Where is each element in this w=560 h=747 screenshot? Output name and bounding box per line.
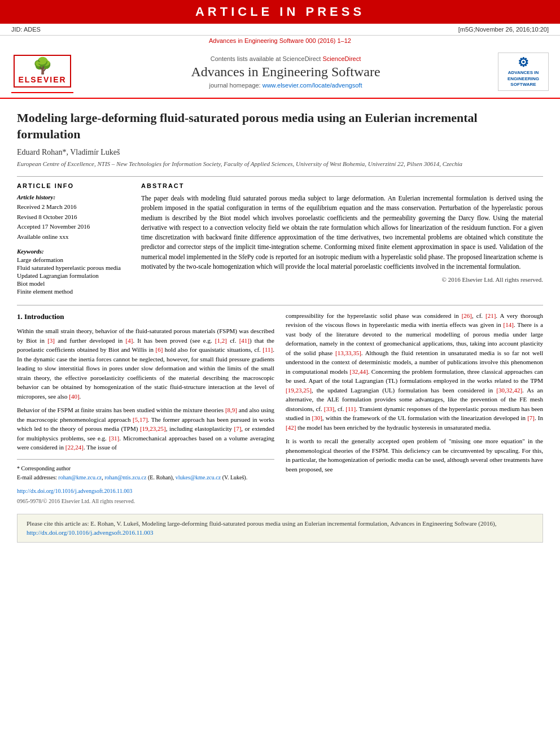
journal-volume-link[interactable]: Advances in Engineering Software 000 (20… <box>209 37 351 44</box>
jid-label: JID: ADES <box>11 26 41 33</box>
ref-1-2[interactable]: [1,2] <box>215 337 227 344</box>
ref-3[interactable]: [3] <box>47 337 55 344</box>
timestamp-label: [m5G;November 26, 2016;10:20] <box>458 26 549 33</box>
ref-8-9[interactable]: [8,9] <box>225 407 237 413</box>
elsevier-name: ELSEVIER <box>18 75 66 84</box>
citation-prefix: Please cite this article as: E. Rohan, V… <box>27 520 496 527</box>
email-link-1[interactable]: rohan@kme.zcu.cz <box>58 474 102 480</box>
intro-para-2: Behavior of the FSPM at finite strains h… <box>17 405 274 452</box>
abstract-section: ABSTRACT The paper deals with modeling f… <box>141 182 543 295</box>
open-access-line: 0965-9978/© 2016 Elsevier Ltd. All right… <box>17 497 274 506</box>
contents-available: Contents lists available at ScienceDirec… <box>73 55 498 62</box>
body-col-right: compressibility for the hyperelastic sol… <box>286 311 543 506</box>
ref-21[interactable]: [21] <box>485 312 496 319</box>
article-history-label: Article history: <box>17 194 130 200</box>
keyword-3: Updated Lagrangian formulation <box>17 272 130 279</box>
tree-icon: 🌳 <box>18 58 66 74</box>
ref-11[interactable]: [11] <box>262 346 273 353</box>
top-meta: JID: ADES [m5G;November 26, 2016;10:20] <box>0 24 560 36</box>
elsevier-logo: 🌳 ELSEVIER <box>11 50 73 93</box>
ref-6[interactable]: [6] <box>156 346 163 353</box>
body-col-left: 1. Introduction Within the small strain … <box>17 311 274 506</box>
ref-33b[interactable]: [33] <box>324 405 334 412</box>
article-title: Modeling large-deforming fluid-saturated… <box>17 110 543 142</box>
footnotes: * Corresponding author E-mail addresses:… <box>17 459 274 506</box>
copyright: © 2016 Elsevier Ltd. All rights reserved… <box>141 276 543 283</box>
email-link-3[interactable]: vlukes@kme.zcu.cz <box>176 474 221 480</box>
journal-logo-box: ⚙ ADVANCES INENGINEERINGSOFTWARE <box>498 53 549 90</box>
ref-41[interactable]: [41] <box>239 337 250 344</box>
keyword-5: Finite element method <box>17 288 130 295</box>
article-info-abstract-section: ARTICLE INFO Article history: Received 2… <box>17 176 543 295</box>
ref-30b[interactable]: [30] <box>312 414 322 421</box>
ref-31[interactable]: [31] <box>109 435 119 442</box>
ref-42b[interactable]: [42] <box>286 424 296 431</box>
journal-header: 🌳 ELSEVIER Contents lists available at S… <box>0 46 560 99</box>
ref-32-44[interactable]: [32,44] <box>350 368 368 375</box>
ref-4[interactable]: [4] <box>126 337 133 344</box>
engineering-icon: ⚙ <box>501 55 546 70</box>
article-dates: Received 2 March 2016 Revised 8 October … <box>17 202 130 242</box>
doi-link[interactable]: http://dx.doi.org/10.1016/j.advengsoft.2… <box>17 488 132 494</box>
authors: Eduard Rohan*, Vladimír Lukeš <box>17 148 543 157</box>
ref-19-23-25b[interactable]: [19,23,25] <box>286 387 312 394</box>
sciencedirect-link[interactable]: ScienceDirect <box>322 55 361 62</box>
ref-19-23-25[interactable]: [19,23,25] <box>140 425 166 432</box>
corresponding-author-note: * Corresponding author <box>17 464 274 473</box>
body-content: 1. Introduction Within the small strain … <box>17 311 543 506</box>
journal-link-line: Advances in Engineering Software 000 (20… <box>0 36 560 46</box>
right-para-1: compressibility for the hyperelastic sol… <box>286 311 543 433</box>
accepted-date: Accepted 17 November 2016 <box>17 222 130 232</box>
ref-5-17[interactable]: [5,17] <box>133 416 148 423</box>
keywords-label: Keywords: <box>17 248 130 255</box>
abstract-text: The paper deals with modeling fluid satu… <box>141 194 543 272</box>
email-note: E-mail addresses: rohan@kme.zcu.cz, roha… <box>17 473 274 482</box>
ref-7b[interactable]: [7] <box>527 414 535 421</box>
ref-7[interactable]: [7] <box>234 425 242 432</box>
ref-26[interactable]: [26] <box>462 312 472 319</box>
ref-22-24[interactable]: [22,24] <box>65 444 84 451</box>
abstract-heading: ABSTRACT <box>141 182 543 189</box>
journal-homepage: journal homepage: www.elsevier.com/locat… <box>73 82 498 89</box>
article-in-press-banner: ARTICLE IN PRESS <box>0 0 560 24</box>
elsevier-logo-box: 🌳 ELSEVIER <box>14 55 71 88</box>
received-date: Received 2 March 2016 <box>17 202 130 212</box>
divider <box>17 305 543 305</box>
journal-homepage-link[interactable]: www.elsevier.com/locate/advengsoft <box>262 82 362 89</box>
article-info-heading: ARTICLE INFO <box>17 182 130 189</box>
main-content: Modeling large-deforming fluid-saturated… <box>0 99 560 554</box>
intro-para-1: Within the small strain theory, behavior… <box>17 326 274 401</box>
ref-30-32-42[interactable]: [30,32,42] <box>496 387 522 394</box>
keyword-2: Fluid saturated hyperelastic porous medi… <box>17 264 130 271</box>
email-link-2[interactable]: rohan@ntis.zcu.cz <box>104 474 146 480</box>
citation-doi-link[interactable]: http://dx.doi.org/10.1016/j.advengsoft.2… <box>27 529 154 536</box>
ref-40[interactable]: [40] <box>69 393 79 400</box>
ref-11b[interactable]: [11] <box>345 405 356 412</box>
article-info: ARTICLE INFO Article history: Received 2… <box>17 182 130 295</box>
citation-bar: Please cite this article as: E. Rohan, V… <box>17 514 543 543</box>
keywords-list: Large deformation Fluid saturated hypere… <box>17 256 130 295</box>
available-date: Available online xxx <box>17 232 130 242</box>
ref-13-33-35[interactable]: [13,33,35] <box>335 350 361 356</box>
keyword-4: Biot model <box>17 280 130 287</box>
revised-date: Revised 8 October 2016 <box>17 212 130 222</box>
intro-heading: 1. Introduction <box>17 311 274 322</box>
right-para-2: It is worth to recall the generally acce… <box>286 436 543 474</box>
journal-center: Contents lists available at ScienceDirec… <box>73 55 498 89</box>
journal-title: Advances in Engineering Software <box>73 64 498 80</box>
affiliation: European Centre of Excellence, NTIS – Ne… <box>17 160 543 167</box>
ref-14[interactable]: [14] <box>504 321 514 328</box>
keyword-1: Large deformation <box>17 256 130 263</box>
journal-logo-text: ADVANCES INENGINEERINGSOFTWARE <box>501 70 546 88</box>
doi-line[interactable]: http://dx.doi.org/10.1016/j.advengsoft.2… <box>17 487 274 496</box>
